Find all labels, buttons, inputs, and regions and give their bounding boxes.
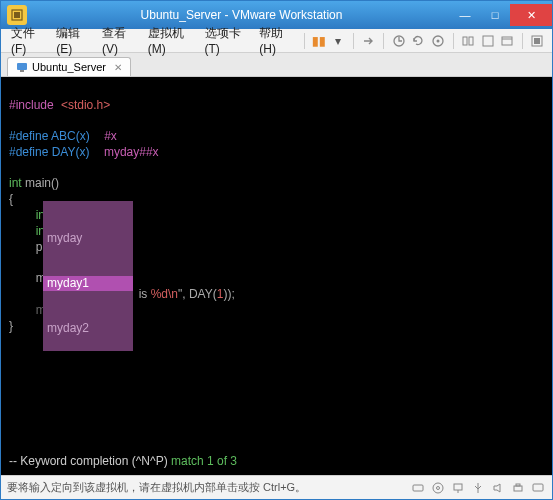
usb-icon[interactable] [470, 480, 486, 496]
minimize-button[interactable]: — [450, 4, 480, 26]
svg-rect-7 [483, 36, 493, 46]
code-after-end: )); [223, 287, 234, 301]
code-brace-open: { [9, 192, 13, 206]
code-after-fmt: %d\n [151, 287, 178, 301]
terminal[interactable]: #include <stdio.h> #define ABC(x) #x #de… [1, 77, 552, 475]
status-match: match 1 of 3 [171, 454, 237, 468]
tab-close-icon[interactable]: ✕ [114, 62, 122, 73]
svg-rect-17 [454, 484, 462, 490]
svg-rect-11 [534, 38, 540, 44]
svg-rect-21 [533, 484, 543, 491]
code-brace-close: } [9, 319, 13, 333]
svg-rect-6 [469, 37, 473, 45]
network-icon[interactable] [450, 480, 466, 496]
maximize-button[interactable]: □ [480, 4, 510, 26]
code-def2-kw: #define DAY(x) [9, 145, 89, 159]
code-main-sig: main() [22, 176, 59, 190]
menubar: 文件(F) 编辑(E) 查看(V) 虚拟机(M) 选项卡(T) 帮助(H) ▮▮… [1, 29, 552, 53]
send-icon[interactable] [360, 31, 377, 51]
statusbar: 要将输入定向到该虚拟机，请在虚拟机内部单击或按 Ctrl+G。 [1, 475, 552, 499]
code-def1-kw: #define ABC(x) [9, 129, 90, 143]
menu-file[interactable]: 文件(F) [5, 23, 48, 58]
window-title: Ubuntu_Server - VMware Workstation [33, 8, 450, 22]
menu-help[interactable]: 帮助(H) [253, 23, 297, 58]
unity-icon[interactable] [479, 31, 496, 51]
statusbar-text: 要将输入定向到该虚拟机，请在虚拟机内部单击或按 Ctrl+G。 [7, 480, 306, 495]
close-button[interactable]: ✕ [510, 4, 552, 26]
sound-icon[interactable] [490, 480, 506, 496]
tile-icon[interactable] [459, 31, 476, 51]
svg-rect-12 [17, 63, 27, 70]
svg-rect-14 [413, 485, 423, 491]
menu-vm[interactable]: 虚拟机(M) [142, 23, 197, 58]
code-def1-val: #x [104, 129, 117, 143]
vm-icon [16, 61, 28, 73]
code-after-pre: is [139, 287, 151, 301]
tab-label: Ubuntu_Server [32, 61, 106, 73]
fullscreen-icon[interactable] [498, 31, 515, 51]
code-def2-val: myday##x [104, 145, 159, 159]
svg-rect-1 [14, 12, 20, 18]
completion-popup[interactable]: myday myday1 myday2 [43, 201, 133, 351]
svg-rect-13 [20, 70, 24, 72]
completion-item[interactable]: myday2 [43, 321, 133, 336]
menu-view[interactable]: 查看(V) [96, 23, 140, 58]
vim-statusline: -- Keyword completion (^N^P) match 1 of … [9, 454, 237, 469]
vmware-logo-icon [7, 5, 27, 25]
menu-edit[interactable]: 编辑(E) [50, 23, 94, 58]
menu-tabs[interactable]: 选项卡(T) [199, 23, 252, 58]
manage-icon[interactable] [429, 31, 446, 51]
code-include-hdr: <stdio.h> [61, 98, 110, 112]
printer-icon[interactable] [510, 480, 526, 496]
svg-rect-20 [516, 484, 520, 486]
hdd-icon[interactable] [410, 480, 426, 496]
completion-item-selected[interactable]: myday1 [43, 276, 133, 291]
code-include-kw: #include [9, 98, 54, 112]
status-prefix: -- Keyword completion (^N^P) [9, 454, 171, 468]
message-icon[interactable] [530, 480, 546, 496]
code-after-post: ", DAY( [178, 287, 217, 301]
revert-icon[interactable] [410, 31, 427, 51]
dropdown-icon[interactable]: ▾ [330, 31, 347, 51]
svg-point-4 [436, 39, 439, 42]
console-icon[interactable] [529, 31, 546, 51]
completion-item[interactable]: myday [43, 231, 133, 246]
snapshot-icon[interactable] [390, 31, 407, 51]
code-ret-type: int [9, 176, 22, 190]
pause-icon[interactable]: ▮▮ [310, 31, 327, 51]
svg-rect-5 [463, 37, 467, 45]
cd-icon[interactable] [430, 480, 446, 496]
svg-point-15 [433, 483, 443, 493]
tab-ubuntu-server[interactable]: Ubuntu_Server ✕ [7, 57, 131, 76]
svg-point-16 [437, 486, 440, 489]
svg-rect-8 [502, 37, 512, 45]
svg-rect-19 [514, 486, 522, 491]
